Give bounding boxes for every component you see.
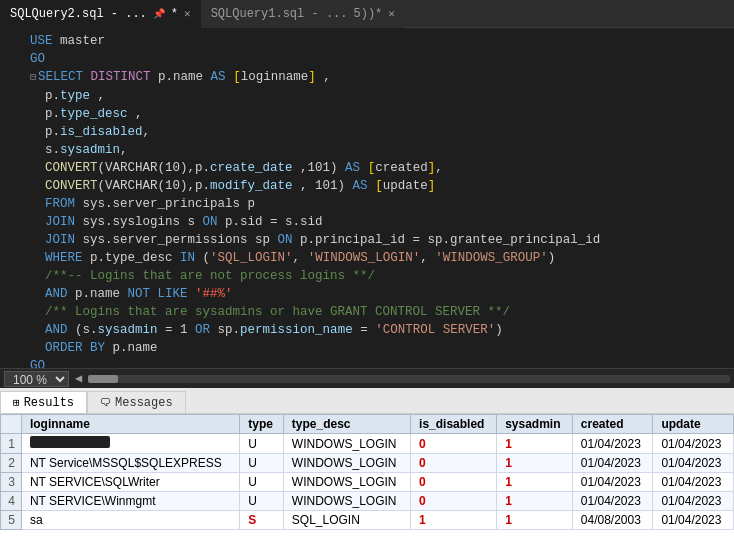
table-row: 3 NT SERVICE\SQLWriter U WINDOWS_LOGIN 0… xyxy=(1,473,734,492)
line-13: WHERE p.type_desc IN ('SQL_LOGIN', 'WIND… xyxy=(0,249,734,267)
line-5: p.type_desc , xyxy=(0,105,734,123)
line-8: CONVERT(VARCHAR(10),p.create_date ,101) … xyxy=(0,159,734,177)
line-9: CONVERT(VARCHAR(10),p.modify_date , 101)… xyxy=(0,177,734,195)
row-1-loginname xyxy=(21,434,239,454)
col-type: type xyxy=(240,415,284,434)
results-grid-icon: ⊞ xyxy=(13,396,20,409)
table-header-row: loginname type type_desc is_disabled sys… xyxy=(1,415,734,434)
line-2: GO xyxy=(0,50,734,68)
row-3-num: 3 xyxy=(1,473,22,492)
row-3-sysadmin: 1 xyxy=(497,473,573,492)
row-5-loginname: sa xyxy=(21,511,239,530)
row-4-type-desc: WINDOWS_LOGIN xyxy=(283,492,410,511)
results-panel: ⊞ Results 🗨 Messages loginname type type… xyxy=(0,388,734,547)
tab-sqlquery1-label: SQLQuery1.sql - ... xyxy=(211,7,348,21)
messages-tab-label: Messages xyxy=(115,396,173,410)
close-tab1-button[interactable]: ✕ xyxy=(184,7,191,20)
line-7: s.sysadmin, xyxy=(0,141,734,159)
line-15: AND p.name NOT LIKE '##%' xyxy=(0,285,734,303)
col-type-desc: type_desc xyxy=(283,415,410,434)
zoom-scroll-bar: 100 % 75 % 125 % ◀ xyxy=(0,368,734,388)
row-4-created: 01/04/2023 xyxy=(572,492,653,511)
row-2-type: U xyxy=(240,454,284,473)
tab-sqlquery2-label: SQLQuery2.sql - ... xyxy=(10,7,147,21)
row-2-sysadmin: 1 xyxy=(497,454,573,473)
row-1-update: 01/04/2023 xyxy=(653,434,734,454)
col-rownum xyxy=(1,415,22,434)
row-1-type: U xyxy=(240,434,284,454)
row-2-created: 01/04/2023 xyxy=(572,454,653,473)
row-2-is-disabled: 0 xyxy=(411,454,497,473)
col-is-disabled: is_disabled xyxy=(411,415,497,434)
row-3-type-desc: WINDOWS_LOGIN xyxy=(283,473,410,492)
tab-sqlquery2-modified: * xyxy=(171,7,178,21)
row-5-created: 04/08/2003 xyxy=(572,511,653,530)
row-5-num: 5 xyxy=(1,511,22,530)
line-11: JOIN sys.syslogins s ON p.sid = s.sid xyxy=(0,213,734,231)
row-4-type: U xyxy=(240,492,284,511)
redacted-loginname xyxy=(30,436,110,448)
row-3-is-disabled: 0 xyxy=(411,473,497,492)
table-row: 4 NT SERVICE\Winmgmt U WINDOWS_LOGIN 0 1… xyxy=(1,492,734,511)
scroll-arrow-left[interactable]: ◀ xyxy=(75,371,82,386)
line-14: /**-- Logins that are not process logins… xyxy=(0,267,734,285)
row-3-type: U xyxy=(240,473,284,492)
col-created: created xyxy=(572,415,653,434)
row-4-is-disabled: 0 xyxy=(411,492,497,511)
line-3: ⊟SELECT DISTINCT p.name AS [loginname] , xyxy=(0,68,734,87)
pin-icon: 📌 xyxy=(153,8,165,20)
line-1: USE master xyxy=(0,32,734,50)
table-row: 2 NT Service\MSSQL$SQLEXPRESS U WINDOWS_… xyxy=(1,454,734,473)
zoom-select[interactable]: 100 % 75 % 125 % xyxy=(4,371,69,387)
row-5-type-desc: SQL_LOGIN xyxy=(283,511,410,530)
row-1-num: 1 xyxy=(1,434,22,454)
row-2-num: 2 xyxy=(1,454,22,473)
col-sysadmin: sysadmin xyxy=(497,415,573,434)
row-1-created: 01/04/2023 xyxy=(572,434,653,454)
row-5-type: S xyxy=(240,511,284,530)
line-18: ORDER BY p.name xyxy=(0,339,734,357)
row-4-sysadmin: 1 xyxy=(497,492,573,511)
row-3-update: 01/04/2023 xyxy=(653,473,734,492)
results-tab-bar: ⊞ Results 🗨 Messages xyxy=(0,388,734,414)
table-row: 5 sa S SQL_LOGIN 1 1 04/08/2003 01/04/20… xyxy=(1,511,734,530)
line-19: GO xyxy=(0,357,734,368)
table-row: 1 U WINDOWS_LOGIN 0 1 01/04/2023 01/04/2… xyxy=(1,434,734,454)
row-3-created: 01/04/2023 xyxy=(572,473,653,492)
tab-results[interactable]: ⊞ Results xyxy=(0,391,87,413)
row-2-loginname: NT Service\MSSQL$SQLEXPRESS xyxy=(21,454,239,473)
line-4: p.type , xyxy=(0,87,734,105)
row-4-loginname: NT SERVICE\Winmgmt xyxy=(21,492,239,511)
title-bar: SQLQuery2.sql - ... 📌 * ✕ SQLQuery1.sql … xyxy=(0,0,734,28)
row-5-is-disabled: 1 xyxy=(411,511,497,530)
row-5-update: 01/04/2023 xyxy=(653,511,734,530)
col-loginname: loginname xyxy=(21,415,239,434)
col-update: update xyxy=(653,415,734,434)
scroll-thumb xyxy=(88,375,118,383)
tab-sqlquery1-suffix: 5))* xyxy=(353,7,382,21)
row-3-loginname: NT SERVICE\SQLWriter xyxy=(21,473,239,492)
tab-messages[interactable]: 🗨 Messages xyxy=(87,391,186,413)
horizontal-scrollbar[interactable] xyxy=(88,375,730,383)
row-1-is-disabled: 0 xyxy=(411,434,497,454)
close-tab2-button[interactable]: ✕ xyxy=(388,7,395,20)
line-12: JOIN sys.server_permissions sp ON p.prin… xyxy=(0,231,734,249)
results-table: loginname type type_desc is_disabled sys… xyxy=(0,414,734,530)
messages-icon: 🗨 xyxy=(100,396,111,409)
results-table-wrap[interactable]: loginname type type_desc is_disabled sys… xyxy=(0,414,734,547)
row-1-type-desc: WINDOWS_LOGIN xyxy=(283,434,410,454)
line-16: /** Logins that are sysadmins or have GR… xyxy=(0,303,734,321)
row-2-type-desc: WINDOWS_LOGIN xyxy=(283,454,410,473)
row-1-sysadmin: 1 xyxy=(497,434,573,454)
line-17: AND (s.sysadmin = 1 OR sp.permission_nam… xyxy=(0,321,734,339)
tab-sqlquery1[interactable]: SQLQuery1.sql - ... 5))* ✕ xyxy=(201,0,405,28)
row-4-update: 01/04/2023 xyxy=(653,492,734,511)
row-2-update: 01/04/2023 xyxy=(653,454,734,473)
tab-sqlquery2[interactable]: SQLQuery2.sql - ... 📌 * ✕ xyxy=(0,0,201,28)
row-5-sysadmin: 1 xyxy=(497,511,573,530)
results-tab-label: Results xyxy=(24,396,74,410)
row-4-num: 4 xyxy=(1,492,22,511)
code-editor[interactable]: USE master GO ⊟SELECT DISTINCT p.name AS… xyxy=(0,28,734,368)
line-6: p.is_disabled, xyxy=(0,123,734,141)
line-10: FROM sys.server_principals p xyxy=(0,195,734,213)
